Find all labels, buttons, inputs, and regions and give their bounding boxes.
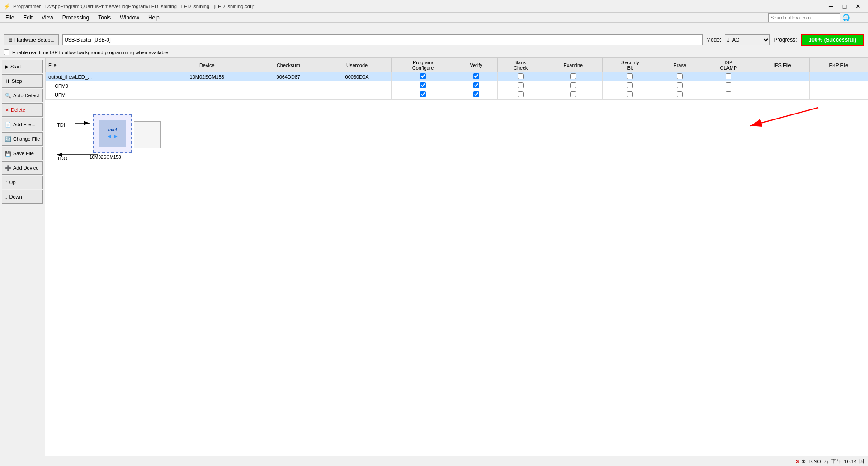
cell-examine-2[interactable] xyxy=(544,81,603,90)
cell-verify-2[interactable] xyxy=(455,81,497,90)
sidebar: ▶ Start ⏸ Stop 🔍 Auto Detect ✕ Delete 📄 … xyxy=(0,58,45,465)
main-content: ▶ Start ⏸ Stop 🔍 Auto Detect ✕ Delete 📄 … xyxy=(0,58,868,465)
add-device-label: Add Device xyxy=(13,165,38,171)
cell-security-2[interactable] xyxy=(603,81,658,90)
cell-device-3 xyxy=(160,90,254,100)
title-bar-controls: ─ □ ✕ xyxy=(825,2,864,11)
blaster-input[interactable] xyxy=(62,34,703,45)
cell-ips-2 xyxy=(755,81,810,90)
stop-button[interactable]: ⏸ Stop xyxy=(2,74,43,88)
cell-examine-3[interactable] xyxy=(544,90,603,100)
diagram-area: TDI intel xyxy=(45,100,868,465)
table-row[interactable]: output_files/LED_... 10M02SCM153 0064DD8… xyxy=(46,72,868,81)
maximize-button[interactable]: □ xyxy=(838,2,851,11)
change-file-button[interactable]: 🔄 Change File xyxy=(2,132,43,146)
cell-blank-3[interactable] xyxy=(497,90,544,100)
col-erase: Erase xyxy=(658,58,702,72)
cell-ips-1 xyxy=(755,72,810,81)
cell-isp-2[interactable] xyxy=(702,81,755,90)
col-device: Device xyxy=(160,58,254,72)
cell-program-2[interactable] xyxy=(391,81,455,90)
add-file-button[interactable]: 📄 Add File... xyxy=(2,118,43,131)
cell-erase-1[interactable] xyxy=(658,72,702,81)
close-button[interactable]: ✕ xyxy=(852,2,864,11)
cell-ekp-2 xyxy=(809,81,868,90)
col-verify: Verify xyxy=(455,58,497,72)
cell-erase-2[interactable] xyxy=(658,81,702,90)
col-file: File xyxy=(46,58,160,72)
add-device-button[interactable]: ➕ Add Device xyxy=(2,161,43,175)
auto-detect-button[interactable]: 🔍 Auto Detect xyxy=(2,89,43,102)
cell-verify-1[interactable] xyxy=(455,72,497,81)
cell-program-1[interactable] xyxy=(391,72,455,81)
cell-checksum-1: 0064DD87 xyxy=(254,72,323,81)
tdi-label: TDI xyxy=(57,122,65,128)
up-label: Up xyxy=(9,180,16,185)
red-arrow-annotation xyxy=(723,103,823,139)
menu-edit[interactable]: Edit xyxy=(19,14,36,22)
col-ekp: EKP File xyxy=(809,58,868,72)
cell-device-2 xyxy=(160,81,254,90)
status-s: S xyxy=(796,459,799,464)
tdo-label: TDO xyxy=(57,156,67,161)
down-button[interactable]: ↓ Down xyxy=(2,190,43,204)
table-row[interactable]: UFM xyxy=(46,90,868,100)
table-row[interactable]: CFM0 xyxy=(46,81,868,90)
cell-ekp-1 xyxy=(809,72,868,81)
delete-label: Delete xyxy=(11,107,25,113)
status-dno: D:NO xyxy=(808,459,821,464)
mode-select[interactable]: JTAG xyxy=(725,34,770,45)
isp-checkbox[interactable] xyxy=(4,49,9,55)
col-blank: Blank-Check xyxy=(497,58,544,72)
progress-button: 100% (Successful) xyxy=(801,34,864,46)
isp-label: Enable real-time ISP to allow background… xyxy=(12,50,168,55)
device-box: intel ◄ ► xyxy=(93,114,132,153)
menu-file[interactable]: File xyxy=(2,14,18,22)
up-button[interactable]: ↑ Up xyxy=(2,176,43,189)
cell-isp-3[interactable] xyxy=(702,90,755,100)
cell-verify-3[interactable] xyxy=(455,90,497,100)
svg-line-1 xyxy=(750,108,818,126)
cell-usercode-2 xyxy=(323,81,391,90)
cell-erase-3[interactable] xyxy=(658,90,702,100)
save-file-button[interactable]: 💾 Save File xyxy=(2,147,43,160)
cell-file-2: CFM0 xyxy=(46,81,160,90)
start-label: Start xyxy=(10,64,21,69)
minimize-button[interactable]: ─ xyxy=(825,2,837,11)
tdi-arrow xyxy=(75,119,93,128)
start-button[interactable]: ▶ Start xyxy=(2,60,43,73)
cell-program-3[interactable] xyxy=(391,90,455,100)
cell-security-1[interactable] xyxy=(603,72,658,81)
change-file-label: Change File xyxy=(13,136,40,142)
cell-ips-3 xyxy=(755,90,810,100)
save-file-icon: 💾 xyxy=(5,151,11,157)
menu-window[interactable]: Window xyxy=(116,14,143,22)
menu-tools[interactable]: Tools xyxy=(94,14,114,22)
cell-usercode-1: 00030D0A xyxy=(323,72,391,81)
device-diagram: TDI intel xyxy=(52,112,179,166)
jtag-output-box xyxy=(134,121,161,148)
add-device-icon: ➕ xyxy=(5,165,11,171)
menu-view[interactable]: View xyxy=(38,14,57,22)
table-area: File Device Checksum Usercode Program/Co… xyxy=(45,58,868,100)
hardware-setup-button[interactable]: 🖥 Hardware Setup... xyxy=(4,34,59,45)
delete-button[interactable]: ✕ Delete xyxy=(2,103,43,117)
cell-security-3[interactable] xyxy=(603,90,658,100)
cell-isp-1[interactable] xyxy=(702,72,755,81)
change-file-icon: 🔄 xyxy=(5,136,11,142)
down-label: Down xyxy=(9,194,22,200)
hw-setup-label: Hardware Setup... xyxy=(14,37,55,43)
program-table: File Device Checksum Usercode Program/Co… xyxy=(45,58,868,100)
add-file-icon: 📄 xyxy=(5,122,11,128)
cell-checksum-3 xyxy=(254,90,323,100)
status-plus: ⊕ xyxy=(802,458,806,464)
search-input[interactable] xyxy=(768,13,840,22)
cell-file-1: output_files/LED_... xyxy=(46,72,160,81)
cell-blank-2[interactable] xyxy=(497,81,544,90)
menu-processing[interactable]: Processing xyxy=(59,14,93,22)
col-ips: IPS File xyxy=(755,58,810,72)
cell-examine-1[interactable] xyxy=(544,72,603,81)
cell-usercode-3 xyxy=(323,90,391,100)
menu-help[interactable]: Help xyxy=(145,14,163,22)
cell-blank-1[interactable] xyxy=(497,72,544,81)
